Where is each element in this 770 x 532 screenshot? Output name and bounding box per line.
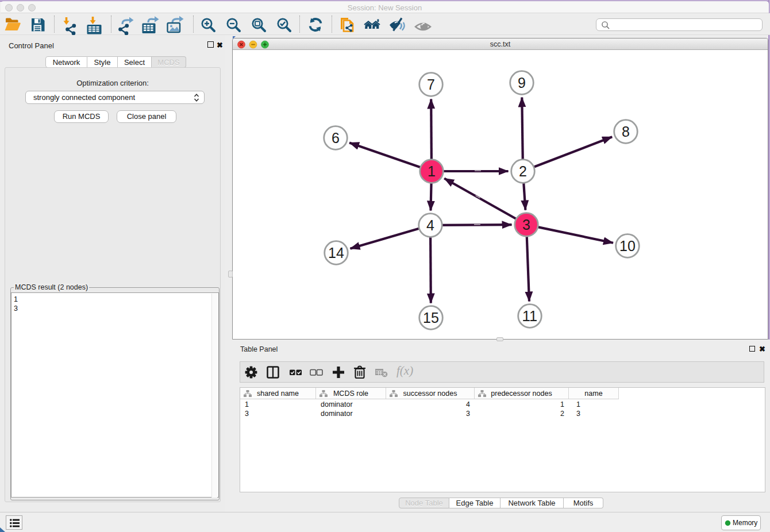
svg-text:4: 4	[426, 217, 434, 233]
svg-text:6: 6	[332, 130, 340, 146]
svg-text:15: 15	[423, 310, 439, 326]
svg-text:11: 11	[522, 308, 537, 324]
svg-text:2: 2	[519, 163, 527, 179]
svg-text:14: 14	[328, 245, 344, 261]
svg-text:8: 8	[622, 124, 630, 140]
svg-text:10: 10	[619, 238, 636, 254]
svg-text:3: 3	[522, 217, 530, 233]
svg-text:9: 9	[518, 75, 526, 91]
svg-text:1: 1	[428, 163, 436, 179]
svg-text:7: 7	[427, 76, 435, 92]
